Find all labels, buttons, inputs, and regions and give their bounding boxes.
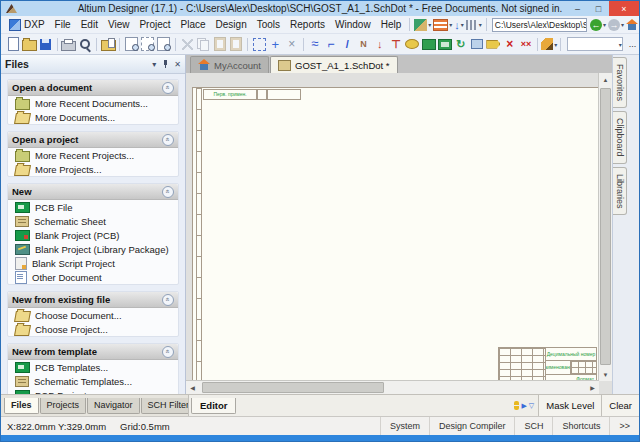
scale-combo[interactable] [567, 37, 622, 51]
annotate-button[interactable] [541, 36, 557, 52]
minimize-button[interactable]: – [567, 1, 588, 16]
storage-path-combo[interactable]: C:\Users\Alex\Desktop\SCH\GOST [492, 18, 587, 32]
menu-project[interactable]: Project [134, 16, 175, 33]
files-section-header[interactable]: New [8, 184, 178, 200]
zoom-select-button[interactable] [156, 36, 172, 52]
cross-probe-button[interactable] [518, 36, 534, 52]
place-wire-button[interactable] [307, 36, 323, 52]
panel-tab-navigator[interactable]: Navigator [87, 398, 140, 414]
open-button[interactable] [21, 36, 37, 52]
files-section-header[interactable]: New from existing file [8, 292, 178, 308]
files-item-more-recent-documents[interactable]: More Recent Documents... [8, 96, 178, 110]
pin-icon[interactable] [161, 60, 169, 68]
panel-menu-icon[interactable]: ▾ [152, 60, 156, 69]
menu-edit[interactable]: Edit [76, 16, 103, 33]
horizontal-scrollbar[interactable]: ◀ ▶ [186, 380, 599, 394]
zoom-area-button[interactable] [140, 36, 156, 52]
menu-window[interactable]: Window [330, 16, 376, 33]
play-icon[interactable]: ▶ [521, 402, 526, 410]
panel-tab-projects[interactable]: Projects [40, 398, 87, 414]
files-section-header[interactable]: Open a project [8, 132, 178, 148]
place-port-button[interactable] [485, 36, 501, 52]
status-button-design-compiler[interactable]: Design Compiler [429, 417, 515, 435]
move-button[interactable] [267, 36, 283, 52]
menu-file[interactable]: File [50, 16, 76, 33]
zoom-fit-button[interactable] [123, 36, 139, 52]
scroll-left-icon[interactable]: ◀ [186, 381, 199, 394]
scroll-down-icon[interactable]: ▼ [599, 368, 612, 381]
grid-button[interactable] [465, 17, 483, 33]
no-erc-button[interactable] [502, 36, 518, 52]
collapse-icon[interactable] [162, 82, 174, 94]
files-item-other-document[interactable]: Other Document [8, 270, 178, 284]
right-tab-libraries[interactable]: Libraries [613, 167, 627, 216]
tab-gost-a1-1-schdot[interactable]: GOST_A1_1.SchDot * [270, 56, 398, 73]
print-button[interactable] [61, 36, 77, 52]
mask-level-button[interactable]: Mask Level [538, 395, 601, 416]
place-bus-entry-button[interactable] [339, 36, 355, 52]
menu-dxp[interactable]: DXP [4, 16, 50, 33]
schematic-sheet[interactable]: Перв. примен. Децимальный номер На [192, 87, 599, 394]
files-item-choose-project[interactable]: Choose Project... [8, 322, 178, 336]
files-item-blank-script-project[interactable]: Blank Script Project [8, 256, 178, 270]
place-bus-button[interactable] [323, 36, 339, 52]
collapse-icon[interactable] [162, 346, 174, 358]
menu-tools[interactable]: Tools [252, 16, 285, 33]
status-button--[interactable]: >> [609, 417, 639, 435]
new-document-button[interactable] [5, 36, 21, 52]
files-item-more-projects[interactable]: More Projects... [8, 162, 178, 176]
menu-help[interactable]: Help [376, 16, 407, 33]
arrange-button[interactable] [453, 17, 465, 33]
menu-view[interactable]: View [103, 16, 135, 33]
menu-reports[interactable]: Reports [285, 16, 330, 33]
files-item-pcb-templates[interactable]: PCB Templates... [8, 360, 178, 374]
paste-recycle-button[interactable] [453, 36, 469, 52]
scroll-up-icon[interactable]: ▲ [599, 73, 612, 86]
place-net-label-button[interactable] [355, 36, 371, 52]
collapse-icon[interactable] [162, 134, 174, 146]
save-button[interactable] [37, 36, 53, 52]
panel-close-icon[interactable]: ✕ [174, 60, 181, 69]
files-item-schematic-sheet[interactable]: Schematic Sheet [8, 214, 178, 228]
files-item-more-documents[interactable]: More Documents... [8, 110, 178, 124]
place-image-button[interactable] [437, 36, 453, 52]
status-button-sch[interactable]: SCH [514, 417, 552, 435]
place-sheet-symbol-button[interactable] [420, 36, 436, 52]
status-button-shortcuts[interactable]: Shortcuts [552, 417, 609, 435]
files-item-choose-document[interactable]: Choose Document... [8, 308, 178, 322]
right-tab-favorites[interactable]: Favorites [613, 57, 627, 108]
print-preview-button[interactable] [77, 36, 93, 52]
close-button[interactable]: × [609, 1, 639, 16]
deselect-button[interactable] [284, 36, 300, 52]
files-section-header[interactable]: Open a document [8, 80, 178, 96]
select-area-button[interactable] [251, 36, 267, 52]
files-item-blank-project-library-package[interactable]: Blank Project (Library Package) [8, 242, 178, 256]
editor-tab[interactable]: Editor [191, 398, 236, 414]
files-item-blank-project-pcb[interactable]: Blank Project (PCB) [8, 228, 178, 242]
maximize-button[interactable]: □ [588, 1, 609, 16]
menu-place[interactable]: Place [176, 16, 211, 33]
place-power-gnd-button[interactable] [372, 36, 388, 52]
filter-icon[interactable]: ▽ [529, 402, 534, 410]
home-button[interactable] [625, 17, 639, 33]
files-item-schematic-templates[interactable]: Schematic Templates... [8, 374, 178, 388]
vertical-scroll-thumb[interactable] [600, 88, 611, 365]
files-item-more-recent-projects[interactable]: More Recent Projects... [8, 148, 178, 162]
collapse-icon[interactable] [162, 186, 174, 198]
menu-design[interactable]: Design [211, 16, 252, 33]
files-item-pcb-file[interactable]: PCB File [8, 200, 178, 214]
files-section-header[interactable]: New from template [8, 344, 178, 360]
layout-pencil-button[interactable] [413, 17, 432, 33]
tab-myaccount[interactable]: MyAccount [190, 56, 269, 73]
horizontal-scroll-thumb[interactable] [202, 382, 384, 393]
status-button-system[interactable]: System [380, 417, 429, 435]
back-button[interactable] [589, 17, 607, 33]
vertical-scrollbar[interactable]: ▲ ▼ [598, 73, 612, 381]
panel-tab-files[interactable]: Files [4, 398, 39, 414]
scroll-right-icon[interactable]: ▶ [586, 381, 599, 394]
collapse-icon[interactable] [162, 294, 174, 306]
place-part-button[interactable] [404, 36, 420, 52]
toolbar-more-button[interactable]: ... [626, 39, 640, 49]
open-document-button[interactable] [100, 36, 116, 52]
place-sheet-entry-button[interactable] [469, 36, 485, 52]
